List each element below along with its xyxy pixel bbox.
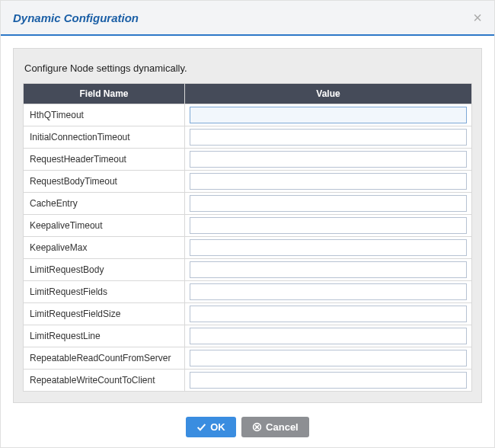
field-name-cell: RepeatableReadCountFromServer [24,347,185,370]
field-value-cell [185,303,472,325]
value-input[interactable] [190,261,467,278]
value-input[interactable] [190,306,467,322]
dialog-footer: OK Cancel [13,417,482,437]
check-icon [196,422,206,432]
value-input[interactable] [190,107,467,123]
field-name-cell: LimitRequestFieldSize [24,303,185,325]
cancel-button[interactable]: Cancel [241,417,309,437]
field-value-cell [185,347,472,370]
value-input[interactable] [190,217,467,234]
field-value-cell [185,126,472,149]
ok-button[interactable]: OK [186,417,236,437]
field-name-cell: RepeatableWriteCountToClient [24,370,185,392]
col-header-field: Field Name [24,84,185,104]
field-name-cell: LimitRequestBody [24,259,185,281]
field-value-cell [185,259,472,281]
table-row: RequestHeaderTimeout [24,149,472,171]
field-value-cell [185,325,472,347]
config-table: Field Name Value HthQTimeoutInitialConne… [23,83,472,392]
table-row: LimitRequestFieldSize [24,303,472,325]
dialog-title: Dynamic Configuration [13,11,139,24]
table-row: KeepaliveTimeout [24,215,472,237]
inner-panel: Configure Node settings dynamically. Fie… [13,48,482,403]
table-row: RequestBodyTimeout [24,171,472,193]
close-icon[interactable]: × [473,10,482,25]
field-name-cell: RequestBodyTimeout [24,171,185,193]
cancel-icon [252,422,262,432]
field-value-cell [185,104,472,126]
value-input[interactable] [190,173,467,190]
field-value-cell [185,237,472,259]
dialog-header: Dynamic Configuration × [1,1,494,36]
value-input[interactable] [190,151,467,168]
table-row: HthQTimeout [24,104,472,126]
table-row: LimitRequestLine [24,325,472,347]
value-input[interactable] [190,350,467,366]
field-name-cell: LimitRequestLine [24,325,185,347]
value-input[interactable] [190,195,467,212]
ok-button-label: OK [210,421,225,433]
field-name-cell: RequestHeaderTimeout [24,149,185,171]
instruction-text: Configure Node settings dynamically. [24,62,472,74]
table-row: RepeatableWriteCountToClient [24,370,472,392]
table-row: InitialConnectionTimeout [24,126,472,149]
field-value-cell [185,171,472,193]
value-input[interactable] [190,129,467,146]
field-name-cell: LimitRequestFields [24,281,185,303]
field-name-cell: KeepaliveTimeout [24,215,185,237]
field-value-cell [185,370,472,392]
table-row: KeepaliveMax [24,237,472,259]
field-value-cell [185,193,472,215]
value-input[interactable] [190,328,467,344]
table-row: LimitRequestFields [24,281,472,303]
field-name-cell: KeepaliveMax [24,237,185,259]
field-value-cell [185,281,472,303]
value-input[interactable] [190,283,467,300]
field-name-cell: InitialConnectionTimeout [24,126,185,149]
table-row: RepeatableReadCountFromServer [24,347,472,370]
field-value-cell [185,149,472,171]
col-header-value: Value [185,84,472,104]
field-name-cell: HthQTimeout [24,104,185,126]
value-input[interactable] [190,239,467,256]
dialog-body: Configure Node settings dynamically. Fie… [1,36,494,448]
field-value-cell [185,215,472,237]
table-row: LimitRequestBody [24,259,472,281]
field-name-cell: CacheEntry [24,193,185,215]
table-row: CacheEntry [24,193,472,215]
value-input[interactable] [190,372,467,389]
cancel-button-label: Cancel [266,421,299,433]
